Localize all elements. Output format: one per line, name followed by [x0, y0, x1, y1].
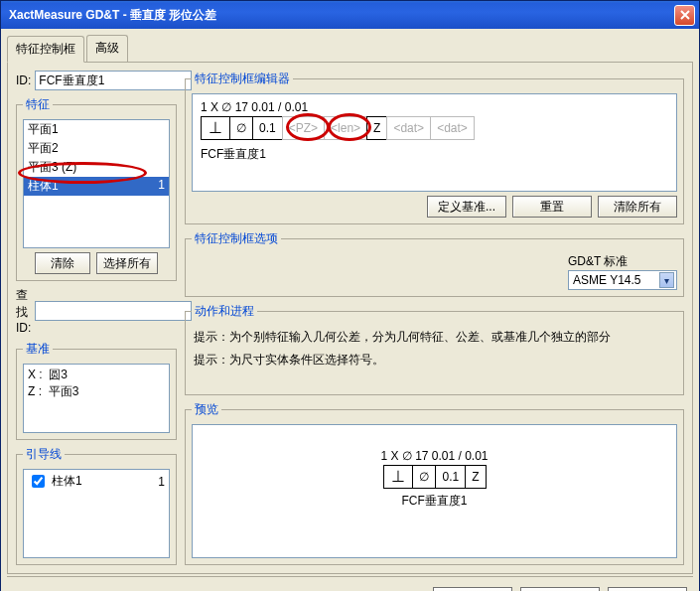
fcf-z-cell[interactable]: Z — [366, 116, 387, 140]
preview-group: 预览 1 X ∅ 17 0.01 / 0.01 ⊥ ∅ 0.1 Z FCF垂直度… — [185, 401, 684, 565]
find-input[interactable] — [35, 301, 192, 321]
features-group: 特征 平面1 平面2 平面3 (Z) — [16, 96, 177, 281]
diameter-icon: ∅ — [236, 121, 246, 135]
tab-advanced[interactable]: 高级 — [86, 35, 128, 62]
tab-body: ID: 特征 平面1 平面2 — [7, 62, 693, 574]
datums-legend: 基准 — [23, 341, 53, 358]
diameter-icon: ∅ — [419, 470, 429, 484]
id-input[interactable] — [35, 71, 192, 90]
leader-checkbox[interactable] — [32, 475, 45, 488]
window-title: XactMeasure GD&T - 垂直度 形位公差 — [5, 7, 674, 24]
fcf-top-line: 1 X ∅ 17 0.01 / 0.01 — [201, 100, 668, 114]
preview-symbol-cell: ⊥ — [383, 465, 413, 489]
fcf-editor-area[interactable]: 1 X ∅ 17 0.01 / 0.01 ⊥ ∅ 0.1 <PZ> <len> … — [192, 93, 677, 192]
list-item[interactable]: 柱体1 1 — [24, 470, 169, 493]
find-row: 查找 ID: — [16, 287, 177, 335]
fcf-pz-cell[interactable]: <PZ> — [282, 116, 325, 140]
standard-dropdown[interactable]: ASME Y14.5 ▾ — [568, 270, 677, 290]
titlebar: XactMeasure GD&T - 垂直度 形位公差 — [1, 1, 699, 29]
fcf-dat2-cell[interactable]: <dat> — [430, 116, 475, 140]
fcf-below-label: FCF垂直度1 — [201, 146, 668, 163]
leaders-legend: 引导线 — [23, 446, 65, 463]
preview-z-cell: Z — [465, 465, 486, 489]
preview-cells: ⊥ ∅ 0.1 Z — [383, 465, 485, 489]
left-column: ID: 特征 平面1 平面2 — [16, 71, 177, 565]
preview-top-line: 1 X ∅ 17 0.01 / 0.01 — [380, 449, 488, 463]
help-button[interactable]: 帮助 — [608, 587, 687, 591]
datums-group: 基准 X : 圆3 Z : 平面3 — [16, 341, 177, 440]
leaders-list[interactable]: 柱体1 1 — [23, 469, 170, 558]
editor-legend: 特征控制框编辑器 — [192, 71, 293, 87]
right-column: 特征控制框编辑器 1 X ∅ 17 0.01 / 0.01 ⊥ ∅ 0.1 <P… — [185, 71, 684, 565]
editor-group: 特征控制框编辑器 1 X ∅ 17 0.01 / 0.01 ⊥ ∅ 0.1 <P… — [185, 71, 684, 224]
preview-dia-cell: ∅ — [412, 465, 436, 489]
content: 特征控制框 高级 ID: 特征 平面1 — [1, 29, 699, 591]
divider — [7, 576, 693, 577]
cancel-button[interactable]: 取消 — [520, 587, 600, 591]
actions-legend: 动作和进程 — [192, 303, 257, 320]
list-item[interactable]: 平面1 — [24, 120, 169, 139]
preview-below-label: FCF垂直度1 — [402, 493, 468, 510]
tab-fcf[interactable]: 特征控制框 — [7, 36, 84, 63]
tabbar: 特征控制框 高级 — [7, 35, 693, 63]
options-group: 特征控制框选项 GD&T 标准 ASME Y14.5 ▾ — [185, 230, 684, 297]
standard-label: GD&T 标准 — [568, 253, 677, 270]
select-all-button[interactable]: 选择所有 — [96, 252, 158, 274]
editor-buttons: 定义基准... 重置 清除所有 — [192, 192, 677, 218]
clear-button[interactable]: 清除 — [35, 252, 90, 274]
id-row: ID: — [16, 71, 177, 90]
hint1: 提示：为个别特征输入几何公差，分为几何特征、公差、或基准几个独立的部分 — [192, 326, 677, 349]
actions-group: 动作和进程 提示：为个别特征输入几何公差，分为几何特征、公差、或基准几个独立的部… — [185, 303, 684, 395]
list-item[interactable]: 平面3 (Z) — [24, 158, 169, 177]
features-legend: 特征 — [23, 96, 53, 113]
perpendicularity-icon: ⊥ — [209, 120, 222, 136]
define-datum-button[interactable]: 定义基准... — [427, 196, 506, 218]
fcf-symbol-cell[interactable]: ⊥ — [201, 116, 230, 140]
fcf-len-cell[interactable]: <len> — [324, 116, 367, 140]
fcf-tol-cell[interactable]: 0.1 — [252, 116, 283, 140]
footer: 确定 取消 帮助 — [7, 581, 693, 591]
features-buttons: 清除 选择所有 — [23, 248, 170, 274]
preview-tol-cell: 0.1 — [435, 465, 466, 489]
ok-button[interactable]: 确定 — [433, 587, 512, 591]
close-button[interactable] — [674, 5, 695, 26]
standard-value: ASME Y14.5 — [573, 273, 640, 287]
fcf-dat1-cell[interactable]: <dat> — [386, 116, 431, 140]
reset-button[interactable]: 重置 — [512, 196, 592, 218]
options-legend: 特征控制框选项 — [192, 230, 281, 247]
window: XactMeasure GD&T - 垂直度 形位公差 特征控制框 高级 ID:… — [0, 0, 700, 591]
preview-area: 1 X ∅ 17 0.01 / 0.01 ⊥ ∅ 0.1 Z FCF垂直度1 — [192, 424, 677, 558]
hint2: 提示：为尺寸实体条件区选择符号。 — [192, 349, 677, 388]
leaders-group: 引导线 柱体1 1 — [16, 446, 177, 565]
clear-all-button[interactable]: 清除所有 — [598, 196, 677, 218]
fcf-cells[interactable]: ⊥ ∅ 0.1 <PZ> <len> Z <dat> <dat> — [201, 116, 668, 140]
chevron-down-icon: ▾ — [659, 272, 674, 288]
preview-legend: 预览 — [192, 401, 221, 418]
id-label: ID: — [16, 74, 31, 87]
datums-text: X : 圆3 Z : 平面3 — [23, 364, 170, 433]
list-item[interactable]: 柱体1 1 — [24, 177, 169, 196]
find-label: 查找 ID: — [16, 287, 31, 335]
fcf-dia-cell[interactable]: ∅ — [229, 116, 253, 140]
features-list[interactable]: 平面1 平面2 平面3 (Z) 柱体1 1 — [23, 119, 170, 248]
perpendicularity-icon: ⊥ — [391, 469, 405, 485]
list-item[interactable]: 平面2 — [24, 139, 169, 158]
close-icon — [680, 10, 690, 20]
